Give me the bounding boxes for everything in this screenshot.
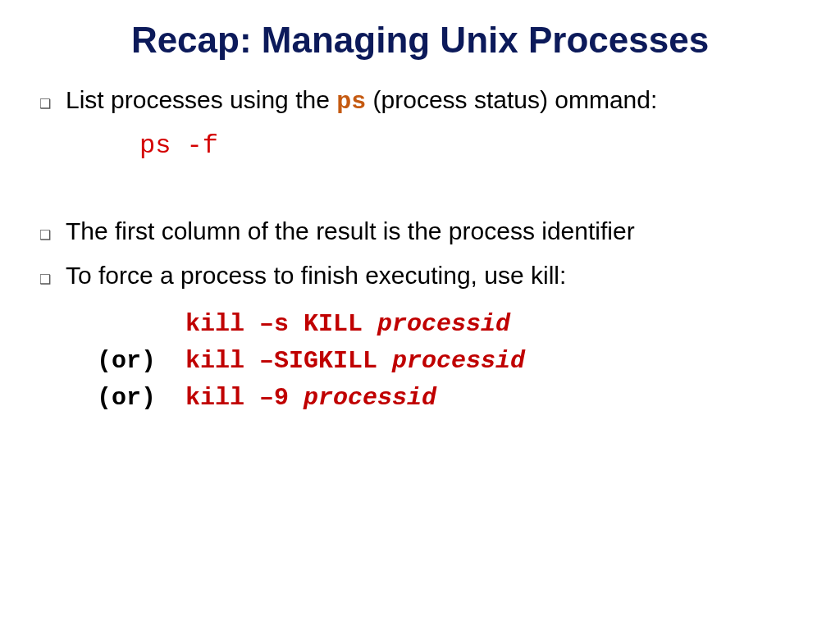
bullet-text-2: The first column of the result is the pr… (66, 215, 635, 249)
kill2-or: (or) (97, 347, 156, 375)
bullet1-post: (process status) ommand: (366, 86, 657, 113)
bullet-item-2: ❑ The first column of the result is the … (39, 215, 801, 249)
kill2-cmd: kill –SIGKILL (185, 347, 392, 375)
code-ps: ps -f (139, 130, 801, 161)
kill2-arg: processid (392, 347, 525, 375)
slide-title: Recap: Managing Unix Processes (39, 20, 801, 61)
kill-code-block: kill –s KILL processid (or) kill –SIGKIL… (97, 306, 801, 417)
kill-line-1: kill –s KILL processid (97, 306, 801, 343)
kill3-cmd: kill –9 (185, 384, 304, 412)
bullet1-code: ps (336, 88, 366, 116)
slide-content: Recap: Managing Unix Processes ❑ List pr… (0, 0, 840, 436)
kill2-gap (156, 347, 185, 375)
kill3-gap (156, 384, 185, 412)
bullet-marker-icon: ❑ (39, 95, 51, 113)
bullet-item-1: ❑ List processes using the ps (process s… (39, 84, 801, 119)
kill3-arg: processid (304, 384, 436, 412)
bullet-item-3: ❑ To force a process to finish executing… (39, 259, 801, 293)
bullet-marker-icon: ❑ (39, 271, 51, 289)
kill-line-3: (or) kill –9 processid (97, 380, 801, 417)
kill1-cmd: kill –s KILL (185, 310, 377, 338)
bullet-marker-icon: ❑ (39, 226, 51, 244)
bullet-text-3: To force a process to finish executing, … (66, 259, 566, 293)
bullet1-pre: List processes using the (66, 86, 336, 113)
bullet-text-1: List processes using the ps (process sta… (66, 84, 657, 119)
kill3-or: (or) (97, 384, 156, 412)
kill-line-2: (or) kill –SIGKILL processid (97, 343, 801, 380)
kill-indent (97, 310, 185, 338)
kill1-arg: processid (377, 310, 510, 338)
